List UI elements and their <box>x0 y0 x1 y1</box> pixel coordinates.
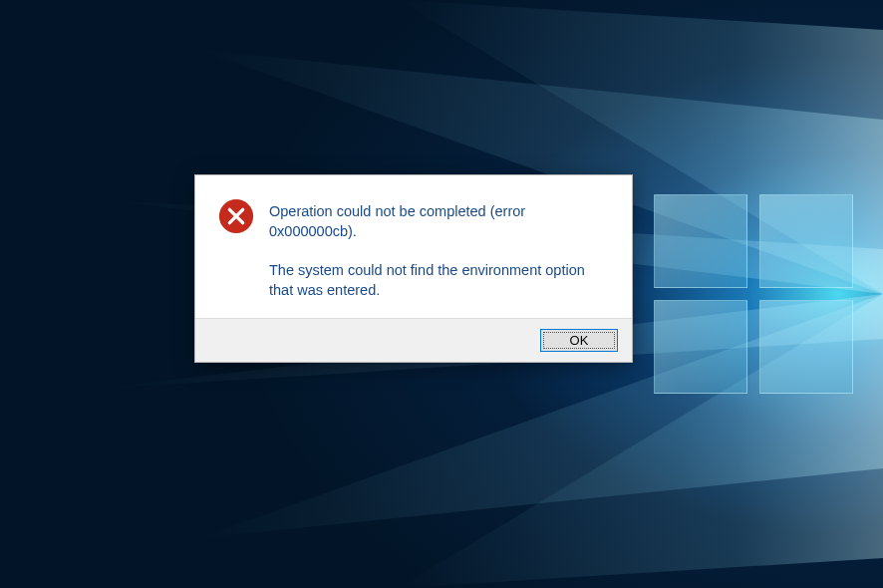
message-primary: Operation could not be completed (error … <box>269 201 610 242</box>
message-secondary: The system could not find the environmen… <box>269 260 610 301</box>
dialog-footer: OK <box>195 318 632 362</box>
dialog-body: Operation could not be completed (error … <box>195 175 632 318</box>
ok-button[interactable]: OK <box>540 329 618 352</box>
error-icon <box>217 197 255 239</box>
windows-logo <box>654 194 853 394</box>
dialog-message: Operation could not be completed (error … <box>269 201 610 300</box>
error-dialog: Operation could not be completed (error … <box>194 174 633 363</box>
